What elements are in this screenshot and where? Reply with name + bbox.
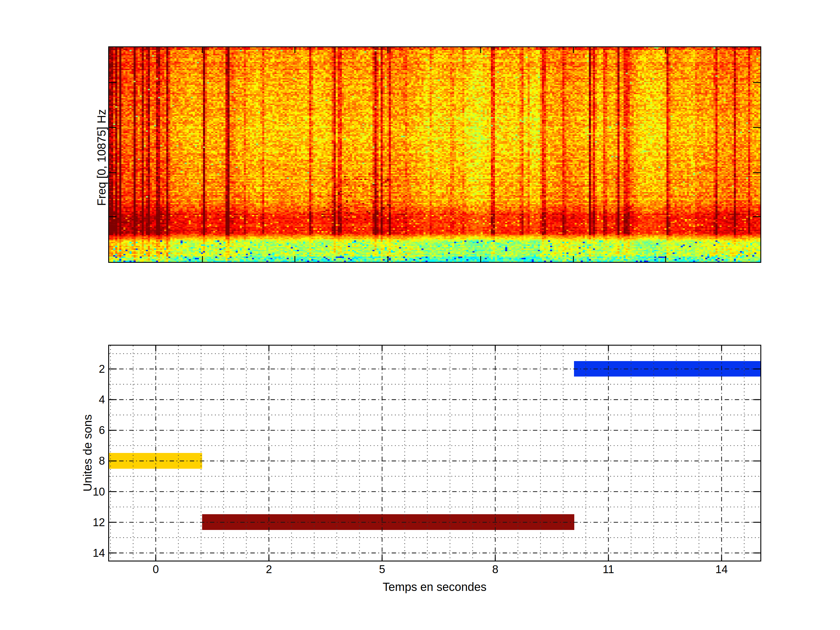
x-tick-label: 14 xyxy=(715,562,728,576)
y-tick-label: 8 xyxy=(64,454,105,468)
spectrogram-ylabel: Freq [0, 10875] Hz xyxy=(95,109,108,205)
y-tick-label: 4 xyxy=(64,393,105,407)
x-tick-label: 8 xyxy=(492,562,498,576)
x-tick-label: 0 xyxy=(153,562,159,576)
grid-and-ticks xyxy=(109,346,760,561)
spectrogram-image xyxy=(109,47,760,262)
y-tick-label: 6 xyxy=(64,423,105,437)
y-tick-label: 12 xyxy=(64,515,105,529)
matlab-figure: Freq [0, 10875] Hz Unites de sons Temps … xyxy=(0,0,840,630)
x-tick-label: 5 xyxy=(379,562,385,576)
y-tick-label: 10 xyxy=(64,485,105,499)
spectrogram-plot xyxy=(108,46,761,263)
x-tick-label: 11 xyxy=(603,562,614,576)
x-tick-label: 2 xyxy=(266,562,272,576)
units-plot xyxy=(108,345,761,562)
y-tick-label: 14 xyxy=(64,546,105,560)
time-xlabel: Temps en secondes xyxy=(383,580,486,594)
y-tick-label: 2 xyxy=(64,362,105,376)
